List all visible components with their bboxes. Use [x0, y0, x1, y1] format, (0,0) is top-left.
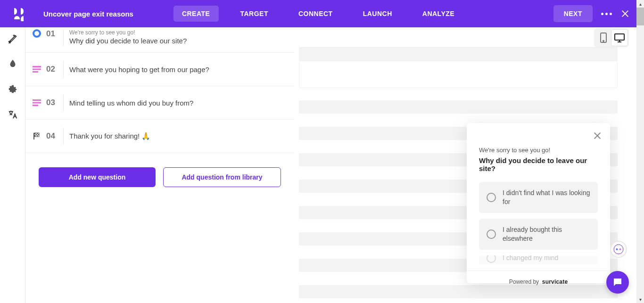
nav-target[interactable]: TARGET	[231, 6, 277, 22]
browser-scrollbar[interactable]: ▴ ▾	[636, 0, 644, 303]
survey-widget: We're sorry to see you go! Why did you d…	[467, 123, 610, 283]
svg-rect-5	[33, 71, 38, 73]
svg-rect-13	[38, 134, 40, 136]
question-text: Mind telling us whom did you buy from?	[69, 99, 193, 107]
svg-rect-14	[34, 135, 36, 137]
question-number: 01	[41, 29, 62, 39]
question-row[interactable]: 02 What were you hoping to get from our …	[25, 53, 294, 86]
svg-point-2	[33, 30, 40, 37]
widget-option-label: I already bought this elsewhere	[503, 225, 590, 243]
widget-question: Why did you decide to leave our site?	[479, 156, 598, 172]
left-rail: x	[0, 27, 25, 303]
nav-launch[interactable]: LAUNCH	[355, 6, 401, 22]
text-answer-icon	[32, 66, 41, 73]
question-number: 03	[41, 98, 62, 107]
question-actions: Add new question Add question from libra…	[25, 153, 294, 201]
widget-close-icon[interactable]	[593, 131, 602, 140]
add-new-question-button[interactable]: Add new question	[39, 167, 156, 187]
powered-by-prefix: Powered by	[509, 278, 539, 285]
main-nav: CREATE TARGET CONNECT LAUNCH ANALYZE	[173, 6, 463, 22]
question-number: 04	[41, 131, 62, 141]
bot-fab[interactable]	[610, 241, 627, 258]
question-text: What were you hoping to get from our pag…	[69, 66, 209, 74]
scroll-thumb[interactable]	[636, 8, 644, 25]
svg-rect-12	[36, 134, 37, 136]
drop-icon[interactable]	[8, 58, 18, 69]
svg-rect-3	[33, 66, 41, 67]
svg-rect-15	[37, 135, 38, 137]
widget-option[interactable]: I changed my mind	[479, 255, 598, 265]
divider	[63, 94, 64, 111]
divider	[63, 128, 64, 145]
widget-option-label: I didn't find what I was looking for	[503, 188, 590, 206]
radio-icon	[487, 229, 496, 239]
svg-rect-10	[34, 133, 36, 134]
question-row[interactable]: 03 Mind telling us whom did you buy from…	[25, 86, 294, 120]
svg-rect-8	[33, 105, 38, 106]
app-header: Uncover page exit reasons CREATE TARGET …	[0, 0, 636, 27]
chat-fab[interactable]	[606, 271, 629, 294]
question-text: Thank you for sharing! 🙏	[69, 132, 150, 140]
widget-option[interactable]: I already bought this elsewhere	[479, 219, 598, 250]
device-desktop-icon[interactable]	[611, 30, 627, 46]
question-intro: We're sorry to see you go!	[69, 29, 187, 36]
svg-point-19	[614, 245, 623, 254]
more-menu-icon[interactable]	[601, 13, 612, 15]
question-number: 02	[41, 65, 62, 74]
magic-wand-icon[interactable]: x	[8, 33, 18, 43]
widget-footer[interactable]: Powered by survicate	[467, 270, 610, 293]
radio-icon	[487, 193, 496, 202]
device-mobile-icon[interactable]	[595, 30, 611, 46]
widget-intro: We're sorry to see you go!	[479, 147, 598, 154]
device-toggle	[594, 28, 629, 47]
single-choice-icon	[32, 29, 41, 38]
radio-icon	[487, 255, 496, 263]
gear-icon[interactable]	[8, 84, 18, 94]
svg-rect-11	[37, 133, 38, 134]
finish-flag-icon	[32, 132, 41, 140]
question-row[interactable]: 04 Thank you for sharing! 🙏	[25, 120, 294, 153]
svg-rect-18	[615, 34, 624, 40]
powered-by-brand: survicate	[542, 278, 568, 285]
scroll-up-icon[interactable]: ▴	[636, 0, 644, 8]
next-button[interactable]: NEXT	[553, 5, 593, 22]
add-from-library-button[interactable]: Add question from library	[163, 167, 281, 187]
page-title: Uncover page exit reasons	[43, 10, 133, 18]
text-answer-icon	[32, 99, 41, 106]
svg-point-21	[619, 248, 621, 250]
nav-connect[interactable]: CONNECT	[290, 6, 341, 22]
question-text: Why did you decide to leave our site?	[69, 37, 187, 45]
preview-pane: We're sorry to see you go! Why did you d…	[294, 27, 636, 303]
brand-logo[interactable]	[11, 6, 26, 21]
divider	[63, 61, 64, 78]
widget-option[interactable]: I didn't find what I was looking for	[479, 182, 598, 213]
svg-point-20	[616, 248, 618, 250]
question-list: 01 We're sorry to see you go! Why did yo…	[25, 27, 294, 201]
svg-rect-6	[33, 99, 41, 101]
svg-point-17	[603, 41, 604, 41]
nav-analyze[interactable]: ANALYZE	[414, 6, 463, 22]
divider	[63, 29, 64, 46]
svg-rect-7	[33, 102, 41, 104]
nav-create[interactable]: CREATE	[173, 6, 219, 22]
scroll-down-icon[interactable]: ▾	[636, 295, 644, 303]
translate-icon[interactable]	[8, 109, 18, 120]
close-icon[interactable]	[620, 9, 630, 18]
svg-rect-4	[33, 69, 41, 70]
question-row[interactable]: 01 We're sorry to see you go! Why did yo…	[25, 27, 294, 53]
widget-option-label: I changed my mind	[503, 255, 558, 262]
